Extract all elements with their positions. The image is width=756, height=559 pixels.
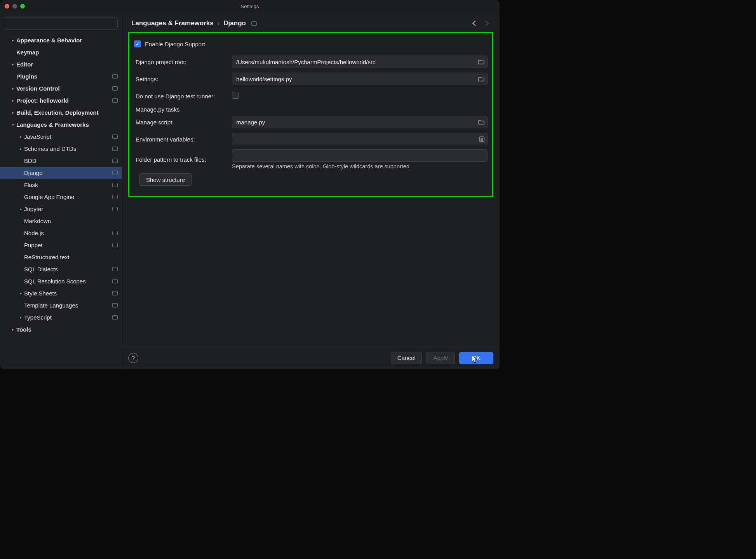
tree-item[interactable]: ▸Template Languages <box>0 299 122 311</box>
tree-item[interactable]: ▸Editor <box>0 58 122 70</box>
tree-item[interactable]: ▸Markdown <box>0 215 122 227</box>
tree-item-label: JavaScript <box>24 133 112 140</box>
project-badge-icon <box>112 98 118 103</box>
tree-item[interactable]: ▸Build, Execution, Deployment <box>0 107 122 119</box>
project-badge-icon <box>112 171 118 175</box>
tree-item-label: Jupyter <box>24 206 112 212</box>
env-vars-label: Environment variables: <box>134 136 232 143</box>
folder-icon[interactable] <box>478 59 484 65</box>
enable-django-checkbox[interactable]: ✓ <box>134 40 141 47</box>
tree-item[interactable]: ▸Appearance & Behavior <box>0 34 122 46</box>
chevron-right-icon[interactable]: ▸ <box>17 207 24 211</box>
project-badge-icon <box>112 195 118 199</box>
project-badge-icon <box>112 74 118 79</box>
back-icon[interactable] <box>471 20 478 27</box>
tree-item[interactable]: ▸Google App Engine <box>0 191 122 203</box>
folder-pattern-input[interactable] <box>232 149 488 162</box>
tree-item-label: Keymap <box>16 49 122 56</box>
tree-item[interactable]: ▸Keymap <box>0 46 122 58</box>
tree-item[interactable]: ▸Node.js <box>0 227 122 239</box>
chevron-right-icon: › <box>218 19 220 27</box>
list-icon[interactable] <box>479 136 484 142</box>
chevron-right-icon[interactable]: ▸ <box>17 135 24 139</box>
settings-tree: ▸Appearance & Behavior▸Keymap▸Editor▸Plu… <box>0 33 122 369</box>
tree-item[interactable]: ▸Style Sheets <box>0 287 122 299</box>
apply-button: Apply <box>427 352 455 364</box>
tree-item[interactable]: ▸Tools <box>0 323 122 335</box>
window-title: Settings <box>0 3 500 9</box>
project-badge-icon <box>112 243 118 247</box>
tree-item[interactable]: ▸Schemas and DTDs <box>0 143 122 155</box>
settings-window: Settings ▸Appearance & Behavior▸Keymap▸E… <box>0 0 500 369</box>
chevron-right-icon[interactable]: ▸ <box>9 98 16 103</box>
chevron-right-icon[interactable]: ▸ <box>17 147 24 151</box>
project-badge-icon <box>112 207 118 211</box>
chevron-down-icon[interactable]: ▾ <box>9 122 16 127</box>
no-test-runner-checkbox[interactable] <box>232 92 239 99</box>
tree-item-label: Node.js <box>24 230 112 236</box>
project-badge-icon <box>112 267 118 271</box>
tree-item-label: Style Sheets <box>24 290 112 297</box>
tree-item[interactable]: ▸Puppet <box>0 239 122 251</box>
chevron-right-icon[interactable]: ▸ <box>9 62 16 66</box>
fullscreen-icon[interactable] <box>20 4 25 9</box>
project-badge-icon <box>251 21 257 26</box>
no-test-runner-label: Do not use Django test runner: <box>134 93 232 100</box>
dialog-footer: ? Cancel Apply OK <box>122 346 500 369</box>
tree-item-label: Editor <box>16 61 122 68</box>
tree-item[interactable]: ▸JavaScript <box>0 131 122 143</box>
tree-item-label: Plugins <box>16 73 112 80</box>
show-structure-button[interactable]: Show structure <box>139 173 192 186</box>
folder-icon[interactable] <box>478 119 484 125</box>
settings-input[interactable] <box>232 73 488 85</box>
chevron-right-icon[interactable]: ▸ <box>9 327 16 332</box>
chevron-right-icon[interactable]: ▸ <box>9 86 16 91</box>
manage-script-input[interactable] <box>232 116 488 128</box>
chevron-right-icon[interactable]: ▸ <box>9 110 16 115</box>
chevron-right-icon[interactable]: ▸ <box>17 315 24 320</box>
project-badge-icon <box>112 291 118 295</box>
tree-item-label: Languages & Frameworks <box>16 121 122 128</box>
titlebar: Settings <box>0 0 500 12</box>
body: ▸Appearance & Behavior▸Keymap▸Editor▸Plu… <box>0 12 500 369</box>
folder-pattern-hint: Separate several names with colon. Glob-… <box>232 163 488 169</box>
search-input[interactable] <box>4 17 118 30</box>
tree-item-label: Tools <box>16 326 122 333</box>
project-badge-icon <box>112 279 118 283</box>
chevron-right-icon[interactable]: ▸ <box>17 291 24 295</box>
project-root-label: Django project root: <box>134 59 232 65</box>
tree-item[interactable]: ▸Flask <box>0 179 122 191</box>
ok-button[interactable]: OK <box>459 352 493 364</box>
project-root-input[interactable] <box>232 56 488 68</box>
tree-item[interactable]: ▸Jupyter <box>0 203 122 215</box>
tree-item[interactable]: ▾Languages & Frameworks <box>0 119 122 131</box>
help-icon[interactable]: ? <box>128 353 138 363</box>
tree-item-label: Puppet <box>24 242 112 248</box>
tree-item-label: TypeScript <box>24 314 112 321</box>
minimize-icon[interactable] <box>12 4 17 9</box>
tree-item-label: Build, Execution, Deployment <box>16 109 122 116</box>
tree-item[interactable]: ▸ReStructured text <box>0 251 122 263</box>
tree-item-label: SQL Resolution Scopes <box>24 278 112 285</box>
enable-django-label: Enable Django Support <box>145 41 205 47</box>
folder-icon[interactable] <box>478 76 484 82</box>
tree-item[interactable]: ▸TypeScript <box>0 311 122 323</box>
chevron-right-icon[interactable]: ▸ <box>9 38 16 42</box>
tree-item[interactable]: ▸Django <box>0 167 122 179</box>
tree-item-label: Google App Engine <box>24 194 112 200</box>
tree-item[interactable]: ▸Project: helloworld <box>0 94 122 107</box>
settings-label: Settings: <box>134 76 232 82</box>
tree-item-label: Schemas and DTDs <box>24 145 112 152</box>
managepy-section-title: Manage.py tasks <box>134 106 488 113</box>
env-vars-input[interactable] <box>232 133 488 145</box>
tree-item[interactable]: ▸SQL Dialects <box>0 263 122 275</box>
tree-item-label: Markdown <box>24 218 122 224</box>
tree-item-label: BDD <box>24 157 112 164</box>
cancel-button[interactable]: Cancel <box>391 352 422 364</box>
close-icon[interactable] <box>5 4 9 9</box>
tree-item[interactable]: ▸SQL Resolution Scopes <box>0 275 122 287</box>
tree-item-label: Project: helloworld <box>16 97 112 104</box>
tree-item[interactable]: ▸BDD <box>0 155 122 167</box>
tree-item[interactable]: ▸Plugins <box>0 70 122 82</box>
tree-item[interactable]: ▸Version Control <box>0 82 122 94</box>
